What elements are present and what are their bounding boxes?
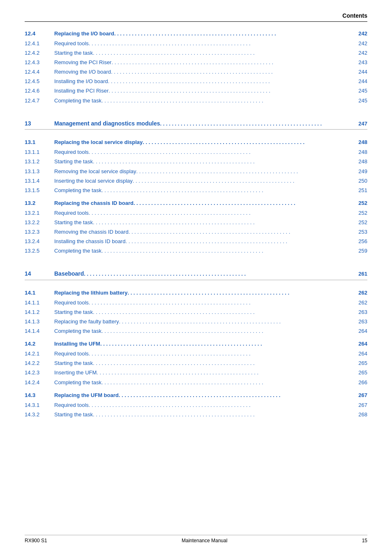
toc-item-row[interactable]: 12.4.5Installing the I/O board 244 <box>25 77 367 86</box>
toc-item-row[interactable]: 13.2.4Installing the chassis ID board 25… <box>25 237 367 246</box>
toc-item-num: 14.2.4 <box>25 378 54 387</box>
toc-item-row[interactable]: 14.3.1Required tools 267 <box>25 401 367 410</box>
toc-item-row[interactable]: 12.4.4Removing the I/O board 244 <box>25 67 367 77</box>
toc-section-header-row[interactable]: 13.2Replacing the chassis ID board 252 <box>25 199 367 208</box>
toc-item-title[interactable]: Required tools 242 <box>54 39 367 48</box>
toc-item-title[interactable]: Inserting the UFM 265 <box>54 368 367 377</box>
toc-item-title[interactable]: Inserting the local service display 250 <box>54 176 367 186</box>
toc-item-title[interactable]: Starting the task 265 <box>54 359 367 368</box>
dot-leader <box>93 49 355 58</box>
toc-item-row[interactable]: 13.2.5Completing the task 259 <box>25 246 367 255</box>
toc-item-title[interactable]: Completing the task 251 <box>54 186 367 195</box>
toc-item-row[interactable]: 14.1.4Completing the task 264 <box>25 327 367 336</box>
toc-item-title[interactable]: Completing the task 259 <box>54 246 367 255</box>
toc-item-row[interactable]: 14.1.2Starting the task 263 <box>25 308 367 317</box>
toc-item-title[interactable]: Starting the task 242 <box>54 49 367 58</box>
toc-section-title[interactable]: Replacing the UFM board 267 <box>54 391 367 400</box>
toc-section-header-row[interactable]: 14.1Replacing the lithium battery 262 <box>25 288 367 298</box>
toc-section-num: 13.1 <box>25 138 54 147</box>
toc-item-row[interactable]: 14.2.2Starting the task 265 <box>25 359 367 368</box>
toc-chapter-title[interactable]: Baseboard 261 <box>54 269 367 279</box>
toc-item-row[interactable]: 12.4.1Required tools 242 <box>25 39 367 48</box>
toc-item-title[interactable]: Replacing the faulty battery 263 <box>54 317 367 326</box>
toc-item-num: 13.2.1 <box>25 209 54 218</box>
toc-item-title[interactable]: Installing the I/O board 244 <box>54 77 367 86</box>
toc-item-title[interactable]: Required tools 264 <box>54 349 367 358</box>
toc-item-num: 13.1.5 <box>25 186 54 195</box>
toc-item-title[interactable]: Required tools 262 <box>54 298 367 307</box>
toc-item-row[interactable]: 12.4.2Starting the task 242 <box>25 49 367 58</box>
dot-leader <box>101 327 355 336</box>
toc-item-page: 242 <box>355 49 367 58</box>
toc-item-row[interactable]: 13.2.2Starting the task 252 <box>25 218 367 227</box>
toc-item-row[interactable]: 14.3.2Starting the task 268 <box>25 410 367 419</box>
toc-item-title[interactable]: Required tools 267 <box>54 401 367 410</box>
toc-item-row[interactable]: 12.4.3Removing the PCI Riser 243 <box>25 58 367 67</box>
toc-item-title[interactable]: Installing the chassis ID board 256 <box>54 237 367 246</box>
toc-section-num: 14.2 <box>25 339 54 349</box>
toc-section-title[interactable]: Replacing the lithium battery 262 <box>54 288 367 297</box>
toc-section-page: 248 <box>355 138 367 147</box>
toc-item-num: 12.4.6 <box>25 86 54 95</box>
toc-item-page: 262 <box>355 298 367 307</box>
toc-item-row[interactable]: 14.2.4Completing the task 266 <box>25 378 367 387</box>
toc-chapter-row[interactable]: 14Baseboard 261 <box>25 269 367 280</box>
toc-item-page: 267 <box>355 401 367 410</box>
toc-item-title[interactable]: Starting the task 263 <box>54 308 367 317</box>
toc-item-row[interactable]: 13.1.2Starting the task 248 <box>25 157 367 166</box>
toc-item-num: 12.4.3 <box>25 58 54 67</box>
toc-item-title[interactable]: Removing the I/O board 244 <box>54 67 367 77</box>
toc-item-title[interactable]: Starting the task 268 <box>54 410 367 419</box>
toc-chapter-title[interactable]: Management and diagnostics modules 247 <box>54 119 367 129</box>
toc-section-num: 12.4 <box>25 29 54 39</box>
toc-item-row[interactable]: 14.2.3Inserting the UFM 265 <box>25 368 367 377</box>
dot-leader <box>108 77 355 86</box>
toc-item-page: 242 <box>355 39 367 48</box>
toc-item-title[interactable]: Starting the task 252 <box>54 218 367 227</box>
toc-item-title[interactable]: Removing the chassis ID board 253 <box>54 228 367 237</box>
toc-section-header-row[interactable]: 14.3Replacing the UFM board 267 <box>25 391 367 400</box>
toc-item-row[interactable]: 13.1.1Required tools 248 <box>25 148 367 157</box>
toc-section-header-row[interactable]: 14.2Installing the UFM 264 <box>25 339 367 349</box>
toc-section-title[interactable]: Replacing the local service display 248 <box>54 138 367 147</box>
toc-item-page: 268 <box>355 410 367 419</box>
toc-item-num: 14.2.2 <box>25 359 54 368</box>
toc-item-page: 244 <box>355 77 367 86</box>
toc-item-row[interactable]: 13.1.5Completing the task 251 <box>25 186 367 195</box>
toc-item-num: 14.3.1 <box>25 401 54 410</box>
toc-section-header-row[interactable]: 12.4Replacing the I/O board 242 <box>25 29 367 39</box>
toc-item-page: 265 <box>355 368 367 377</box>
toc-item-row[interactable]: 14.1.1Required tools 262 <box>25 298 367 307</box>
toc-item-row[interactable]: 13.2.1Required tools 252 <box>25 209 367 218</box>
toc-item-title[interactable]: Removing the PCI Riser 243 <box>54 58 367 67</box>
toc-chapter-num: 13 <box>25 119 54 129</box>
toc-item-page: 244 <box>355 67 367 77</box>
toc-section-header-row[interactable]: 13.1Replacing the local service display … <box>25 138 367 147</box>
dot-leader <box>89 401 355 410</box>
toc-chapter-row[interactable]: 13Management and diagnostics modules 247 <box>25 119 367 130</box>
dot-leader <box>101 186 355 195</box>
toc-item-title[interactable]: Removing the local service display 249 <box>54 167 367 176</box>
toc-item-row[interactable]: 14.2.1Required tools 264 <box>25 349 367 358</box>
toc-item-title[interactable]: Required tools 248 <box>54 148 367 157</box>
dot-leader <box>100 339 355 348</box>
toc-section-title[interactable]: Installing the UFM 264 <box>54 339 367 348</box>
toc-item-row[interactable]: 12.4.6Installing the PCI Riser 245 <box>25 86 367 95</box>
toc-item-title[interactable]: Completing the task 245 <box>54 96 367 105</box>
toc-item-row[interactable]: 14.1.3Replacing the faulty battery 263 <box>25 317 367 326</box>
toc-item-row[interactable]: 13.1.4Inserting the local service displa… <box>25 176 367 186</box>
toc-section-title[interactable]: Replacing the I/O board 242 <box>54 29 367 38</box>
toc-section-title[interactable]: Replacing the chassis ID board 252 <box>54 199 367 208</box>
toc-item-title[interactable]: Completing the task 264 <box>54 327 367 336</box>
toc-item-row[interactable]: 13.1.3Removing the local service display… <box>25 167 367 176</box>
toc-item-row[interactable]: 13.2.3Removing the chassis ID board 253 <box>25 228 367 237</box>
toc-item-title[interactable]: Completing the task 266 <box>54 378 367 387</box>
toc-item-title[interactable]: Starting the task 248 <box>54 157 367 166</box>
dot-leader <box>129 228 355 237</box>
toc-item-page: 252 <box>355 218 367 227</box>
toc-section-num: 14.1 <box>25 288 54 298</box>
toc-item-title[interactable]: Required tools 252 <box>54 209 367 218</box>
toc-item-row[interactable]: 12.4.7Completing the task 245 <box>25 96 367 105</box>
toc-item-title[interactable]: Installing the PCI Riser 245 <box>54 86 367 95</box>
toc-item-page: 264 <box>355 349 367 358</box>
